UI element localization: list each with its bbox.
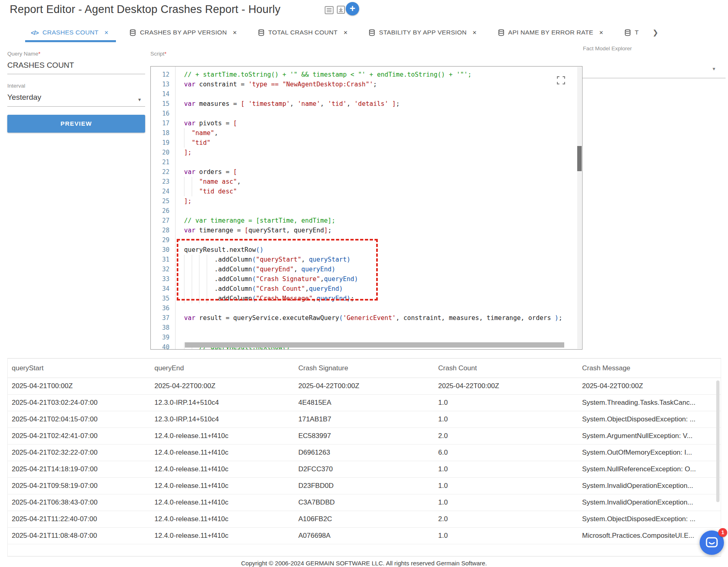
editor-vertical-scrollbar-thumb[interactable] — [577, 146, 582, 171]
code-line-15[interactable]: var measures = [ 'timestamp', 'name', 't… — [184, 99, 576, 109]
table-row[interactable]: 2025-04-21T02:04:15-07:0012.3.0-IRP.14+5… — [8, 411, 721, 428]
tab-api-name-by-error-rate[interactable]: API NAME BY ERROR RATE✕ — [497, 23, 605, 42]
chevron-down-icon[interactable]: ▾ — [713, 66, 715, 72]
code-line-25[interactable]: ]; — [184, 196, 576, 206]
line-number: 28 — [151, 226, 175, 235]
editor-code-area[interactable]: // + startTime.toString() + '" && timest… — [184, 70, 576, 350]
code-line-36[interactable] — [184, 303, 576, 313]
query-name-underline — [7, 74, 145, 74]
code-line-21[interactable] — [184, 157, 576, 167]
code-line-17[interactable]: var pivots = [ — [184, 118, 576, 128]
cell: 2025-04-21T14:18:19-07:00 — [12, 465, 98, 473]
code-line-22[interactable]: var orders = [ — [184, 167, 576, 177]
close-tab-icon[interactable]: ✕ — [104, 30, 109, 36]
code-line-31[interactable]: .addColumn("queryStart", queryStart) — [184, 255, 576, 264]
line-number: 14 — [151, 89, 175, 99]
code-line-16[interactable] — [184, 109, 576, 118]
interval-label: Interval — [7, 83, 25, 89]
tab-crashes-count[interactable]: </>CRASHES COUNT✕ — [29, 23, 110, 42]
editor-vertical-scrollbar[interactable] — [577, 67, 582, 349]
table-vertical-scrollbar-thumb[interactable] — [716, 380, 719, 502]
code-line-20[interactable]: ]; — [184, 148, 576, 157]
cell: D23FBD0D — [298, 482, 334, 490]
query-name-input[interactable]: CRASHES COUNT — [7, 61, 74, 70]
indent-guide — [207, 274, 214, 284]
table-row[interactable]: 2025-04-21T11:08:48-07:0012.4.0-release.… — [8, 528, 721, 544]
tab-t[interactable]: T — [623, 23, 640, 42]
fact-model-explorer-select[interactable] — [582, 78, 726, 78]
code-line-29[interactable] — [184, 235, 576, 245]
tabs-scroll-right-icon[interactable]: ❯ — [653, 28, 658, 37]
table-row[interactable]: 2025-04-21T11:22:40-07:0012.4.0-release.… — [8, 511, 721, 528]
code-line-34[interactable]: .addColumn("Crash Count",queryEnd) — [184, 284, 576, 294]
tab-crashes-by-app-version[interactable]: CRASHES BY APP VERSION✕ — [128, 23, 239, 42]
interval-select[interactable]: Yesterday — [7, 93, 41, 102]
add-report-icon[interactable]: + — [346, 2, 359, 15]
save-report-icon[interactable] — [337, 6, 346, 15]
code-line-26[interactable] — [184, 206, 576, 216]
line-number: 32 — [151, 264, 175, 274]
close-tab-icon[interactable]: ✕ — [472, 30, 477, 36]
line-number: 36 — [151, 303, 175, 313]
code-line-39[interactable] — [184, 333, 576, 342]
table-row[interactable]: 2025-04-21T09:58:19-07:0012.4.0-release.… — [8, 478, 721, 494]
cell: 2.0 — [438, 515, 448, 523]
code-line-30[interactable]: queryResult.nextRow() — [184, 245, 576, 255]
chevron-down-icon[interactable]: ▾ — [138, 97, 141, 103]
editor-gutter: 1213141516171819202122232425262728293031… — [151, 70, 175, 350]
code-line-19[interactable]: "tid" — [184, 138, 576, 148]
code-line-24[interactable]: "tid desc" — [184, 187, 576, 196]
close-tab-icon[interactable]: ✕ — [233, 30, 237, 36]
fullscreen-icon[interactable] — [557, 76, 565, 84]
tab-label: TOTAL CRASH COUNT — [268, 29, 338, 36]
report-list-icon[interactable] — [325, 6, 334, 15]
code-line-13[interactable]: var constraint = 'type == "NewAgentDeskt… — [184, 79, 576, 89]
code-line-32[interactable]: .addColumn("queryEnd", queryEnd) — [184, 264, 576, 274]
tab-stability-by-app-version[interactable]: STABILITY BY APP VERSION✕ — [367, 23, 478, 42]
table-row-clipped[interactable]: 2025-04-21T10:51:10-07:0012.4.0-release.… — [8, 544, 721, 556]
column-header-querystart[interactable]: queryStart — [12, 364, 43, 372]
code-line-37[interactable]: var result = queryService.executeRawQuer… — [184, 313, 576, 323]
code-line-35[interactable]: .addColumn("Crash Message",queryEnd); — [184, 294, 576, 303]
dataset-icon — [130, 29, 136, 36]
table-body: 2025-04-21T00:00Z2025-04-22T00:00Z2025-0… — [8, 378, 721, 556]
code-line-27[interactable]: // var timerange = [startTime, endTime]; — [184, 216, 576, 226]
close-tab-icon[interactable]: ✕ — [599, 30, 604, 36]
code-line-33[interactable]: .addColumn("Crash Signature",queryEnd) — [184, 274, 576, 284]
indent-guide — [192, 294, 199, 303]
table-row[interactable]: 2025-04-21T00:00Z2025-04-22T00:00Z2025-0… — [8, 378, 721, 395]
line-number: 38 — [151, 323, 175, 333]
code-line-12[interactable]: // + startTime.toString() + '" && timest… — [184, 70, 576, 79]
column-header-crash-message[interactable]: Crash Message — [582, 364, 630, 372]
preview-button[interactable]: PREVIEW — [7, 115, 145, 133]
cell: D6961263 — [298, 449, 330, 457]
results-table: queryStartqueryEndCrash SignatureCrash C… — [7, 358, 721, 556]
required-asterisk: * — [165, 51, 167, 57]
table-row[interactable]: 2025-04-21T02:42:41-07:0012.4.0-release.… — [8, 428, 721, 445]
line-number: 26 — [151, 206, 175, 216]
table-row[interactable]: 2025-04-21T06:38:43-07:0012.4.0-release.… — [8, 494, 721, 511]
table-row[interactable]: 2025-04-21T14:18:19-07:0012.4.0-release.… — [8, 461, 721, 478]
cell: 1.0 — [438, 498, 448, 507]
tab-total-crash-count[interactable]: TOTAL CRASH COUNT✕ — [257, 23, 349, 42]
code-line-14[interactable] — [184, 89, 576, 99]
table-row[interactable]: 2025-04-21T02:32:22-07:0012.4.0-release.… — [8, 445, 721, 461]
cell: Microsoft.Practices.CompositeUI.E... — [582, 532, 694, 540]
table-row[interactable]: 2025-04-21T03:02:24-07:0012.3.0-IRP.14+5… — [8, 395, 721, 411]
code-line-38[interactable] — [184, 323, 576, 333]
editor-horizontal-scrollbar-thumb[interactable] — [185, 342, 564, 348]
column-header-queryend[interactable]: queryEnd — [154, 364, 184, 372]
script-code-editor[interactable]: 1213141516171819202122232425262728293031… — [150, 66, 582, 350]
column-header-crash-count[interactable]: Crash Count — [438, 364, 477, 372]
cell: 12.4.0-release.11+f410c — [154, 498, 229, 507]
column-header-crash-signature[interactable]: Crash Signature — [298, 364, 348, 372]
line-number: 29 — [151, 235, 175, 245]
close-tab-icon[interactable]: ✕ — [343, 30, 348, 36]
indent-guide — [199, 284, 207, 294]
code-line-28[interactable]: var timerange = [queryStart, queryEnd]; — [184, 226, 576, 235]
code-line-23[interactable]: "name asc", — [184, 177, 576, 187]
code-line-18[interactable]: "name", — [184, 128, 576, 138]
cell: System.NullReferenceException: O... — [582, 465, 696, 473]
indent-guide — [192, 264, 199, 274]
tab-label: CRASHES COUNT — [43, 29, 98, 36]
